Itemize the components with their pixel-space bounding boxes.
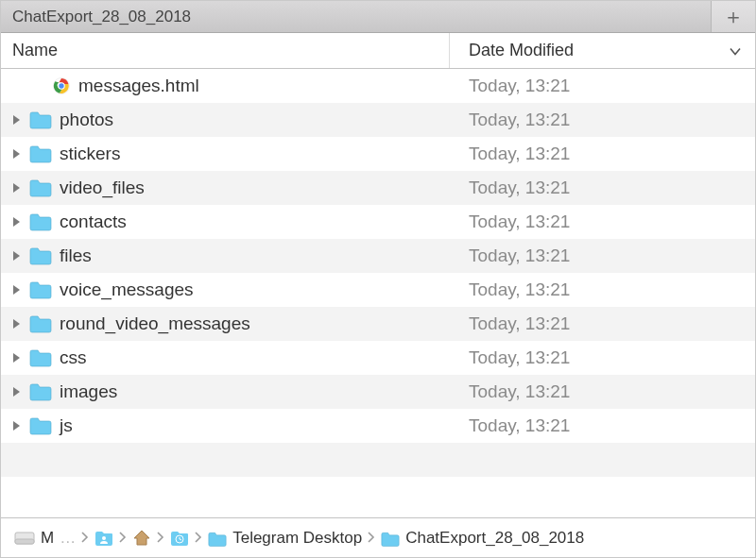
cell-name: voice_messages — [1, 279, 450, 300]
disclosure-triangle-icon[interactable] — [10, 420, 22, 431]
path-bar: M… Telegram Desktop ChatExport_28_08_201… — [1, 517, 755, 557]
cell-name: files — [1, 245, 450, 266]
path-segment[interactable] — [170, 530, 189, 547]
list-item[interactable]: round_video_messagesToday, 13:21 — [1, 307, 755, 341]
disclosure-triangle-icon[interactable] — [10, 114, 22, 126]
folder-icon — [208, 530, 227, 547]
column-header-row: Name Date Modified — [1, 33, 755, 69]
folder-icon — [29, 382, 52, 401]
folder-icon — [29, 416, 52, 435]
cell-date: Today, 13:21 — [450, 347, 755, 368]
item-name: stickers — [60, 144, 120, 164]
folder-icon — [381, 530, 400, 547]
item-name: css — [60, 347, 87, 368]
empty-row — [1, 477, 755, 511]
cell-date: Today, 13:21 — [450, 245, 755, 266]
folder-icon — [29, 212, 52, 231]
list-item[interactable]: voice_messagesToday, 13:21 — [1, 273, 755, 307]
svg-point-5 — [102, 536, 106, 540]
svg-rect-4 — [15, 539, 34, 544]
disclosure-triangle-icon[interactable] — [10, 284, 22, 296]
column-header-date[interactable]: Date Modified — [450, 33, 755, 68]
chevron-down-icon[interactable] — [729, 41, 742, 60]
html-file-icon — [52, 76, 71, 95]
disclosure-triangle-icon[interactable] — [10, 148, 22, 160]
cell-date: Today, 13:21 — [450, 76, 755, 96]
users-icon — [94, 530, 113, 547]
cell-name: photos — [1, 110, 450, 130]
cell-name: stickers — [1, 144, 450, 164]
chevron-right-icon — [119, 530, 127, 546]
item-name: messages.html — [78, 76, 199, 96]
cell-date: Today, 13:21 — [450, 279, 755, 300]
home-icon — [132, 530, 151, 547]
clock-icon — [170, 530, 189, 547]
item-name: round_video_messages — [60, 313, 250, 334]
drive-icon — [14, 531, 35, 546]
path-segment[interactable] — [94, 530, 113, 547]
path-segment[interactable]: M… — [14, 529, 76, 548]
folder-icon — [29, 246, 52, 265]
ellipsis-icon: … — [60, 529, 76, 548]
cell-date: Today, 13:21 — [450, 211, 755, 232]
folder-icon — [29, 348, 52, 367]
list-item[interactable]: stickersToday, 13:21 — [1, 137, 755, 171]
cell-name: round_video_messages — [1, 313, 450, 334]
cell-name: js — [1, 415, 450, 436]
plus-icon: ＋ — [723, 3, 744, 31]
empty-row — [1, 443, 755, 477]
folder-icon — [29, 110, 52, 129]
path-label: Telegram Desktop — [232, 529, 362, 548]
cell-date: Today, 13:21 — [450, 144, 755, 164]
chevron-right-icon — [157, 530, 164, 546]
list-item[interactable]: filesToday, 13:21 — [1, 239, 755, 273]
folder-icon — [29, 280, 52, 299]
path-label: M — [41, 529, 54, 548]
list-item[interactable]: cssToday, 13:21 — [1, 341, 755, 375]
column-name-label: Name — [12, 41, 58, 60]
cell-name: video_files — [1, 178, 450, 198]
list-item[interactable]: video_filesToday, 13:21 — [1, 171, 755, 205]
list-item[interactable]: jsToday, 13:21 — [1, 409, 755, 443]
cell-name: images — [1, 381, 450, 402]
tab-bar: ChatExport_28_08_2018 ＋ — [1, 1, 755, 33]
item-name: files — [60, 245, 92, 266]
cell-date: Today, 13:21 — [450, 415, 755, 436]
new-tab-button[interactable]: ＋ — [712, 1, 755, 32]
cell-name: messages.html — [1, 76, 450, 96]
column-header-name[interactable]: Name — [1, 33, 450, 68]
disclosure-triangle-icon[interactable] — [10, 318, 22, 330]
item-name: images — [60, 381, 117, 402]
folder-icon — [29, 178, 52, 197]
disclosure-triangle-icon[interactable] — [10, 182, 22, 194]
cell-name: css — [1, 347, 450, 368]
chevron-right-icon — [195, 530, 202, 546]
disclosure-triangle-icon[interactable] — [10, 250, 22, 262]
list-item[interactable]: photosToday, 13:21 — [1, 103, 755, 137]
item-name: contacts — [60, 211, 127, 232]
disclosure-triangle-icon[interactable] — [10, 352, 22, 364]
cell-date: Today, 13:21 — [450, 110, 755, 130]
cell-name: contacts — [1, 211, 450, 232]
path-segment[interactable] — [132, 530, 151, 547]
file-listing: messages.htmlToday, 13:21 photosToday, 1… — [1, 69, 755, 517]
folder-icon — [29, 314, 52, 333]
list-item[interactable]: imagesToday, 13:21 — [1, 375, 755, 409]
item-name: js — [60, 415, 73, 436]
tab-title: ChatExport_28_08_2018 — [12, 8, 191, 26]
disclosure-triangle-icon[interactable] — [10, 216, 22, 228]
list-item[interactable]: messages.htmlToday, 13:21 — [1, 69, 755, 103]
item-name: video_files — [60, 178, 145, 198]
chevron-right-icon — [81, 530, 89, 546]
tab-current[interactable]: ChatExport_28_08_2018 — [1, 1, 712, 32]
item-name: voice_messages — [60, 279, 194, 300]
cell-date: Today, 13:21 — [450, 381, 755, 402]
path-segment[interactable]: ChatExport_28_08_2018 — [381, 529, 584, 548]
path-label: ChatExport_28_08_2018 — [405, 529, 584, 548]
disclosure-triangle-icon[interactable] — [10, 386, 22, 397]
folder-icon — [29, 144, 52, 163]
cell-date: Today, 13:21 — [450, 178, 755, 198]
list-item[interactable]: contactsToday, 13:21 — [1, 205, 755, 239]
path-segment[interactable]: Telegram Desktop — [208, 529, 362, 548]
item-name: photos — [60, 110, 113, 130]
